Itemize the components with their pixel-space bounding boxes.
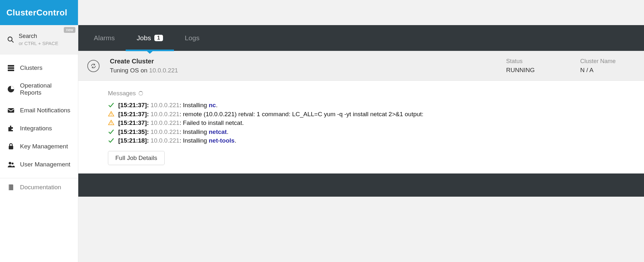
message-ip: 10.0.0.221 [150,137,179,144]
check-icon [108,128,114,135]
message-package: nc [209,102,216,108]
svg-line-1 [12,41,13,42]
sidebar-item-docs[interactable]: Documentation [0,178,78,196]
message-row: [15:21:37]: 10.0.0.221: Installing nc. [108,101,631,110]
refresh-icon [91,63,96,69]
messages-panel: Messages [15:21:37]: 10.0.0.221: Install… [78,81,644,173]
status-label: Status [506,58,561,65]
lock-icon [7,143,15,150]
message-timestamp: [15:21:37]: [118,111,149,117]
loading-spinner-icon [139,91,143,96]
sidebar-nav: Clusters Operational Reports Email Notif… [0,54,78,196]
svg-rect-2 [8,65,14,67]
message-timestamp: [15:21:18]: [118,137,149,144]
message-text-after: . [227,128,228,135]
svg-point-7 [9,162,11,164]
cluster-name-label: Cluster Name [580,58,635,65]
svg-rect-3 [8,67,14,69]
tab-label: Logs [185,34,200,42]
warning-icon [108,111,114,117]
job-header: Create Cluster Tuning OS on 10.0.0.221 S… [78,51,644,81]
message-package: net-tools [209,137,235,144]
sidebar-item-label: Integrations [20,125,52,132]
message-text-after: . [216,102,217,108]
message-row: [15:21:37]: 10.0.0.221: Failed to instal… [108,118,631,127]
sidebar-item-label: Clusters [20,64,43,71]
tabbar: Alarms Jobs 1 Logs [78,25,644,51]
sidebar-search[interactable]: Search or CTRL + SPACE new [0,25,78,54]
sidebar-item-label: Key Management [20,143,68,150]
tab-alarms[interactable]: Alarms [83,25,126,51]
jobs-count-badge: 1 [154,35,163,41]
message-text: : Installing [179,137,209,144]
message-ip: 10.0.0.221 [150,111,179,117]
message-row: [15:21:35]: 10.0.0.221: Installing netca… [108,127,631,136]
svg-rect-9 [9,184,10,190]
brand-logo: ClusterControl [0,0,78,25]
search-label: Search [19,33,58,40]
check-icon [108,102,114,108]
job-subtitle-ip: 10.0.0.221 [149,67,178,74]
warning-icon [108,119,114,126]
sidebar-item-label: Operational Reports [20,82,71,96]
message-text: : Installing [179,128,209,135]
messages-list: [15:21:37]: 10.0.0.221: Installing nc.[1… [108,101,631,145]
search-hint: or CTRL + SPACE [19,41,58,46]
new-badge: new [64,27,75,33]
sidebar-item-label: Documentation [20,184,61,191]
tab-label: Jobs [137,34,151,42]
pie-chart-icon [7,85,15,93]
message-timestamp: [15:21:35]: [118,128,149,135]
tab-logs[interactable]: Logs [174,25,211,51]
content: Alarms Jobs 1 Logs Create Cluster [78,0,644,262]
svg-rect-15 [111,124,111,124]
mail-icon [7,107,15,114]
sidebar-item-reports[interactable]: Operational Reports [0,77,78,101]
svg-point-8 [12,163,14,164]
sidebar-item-label: User Management [20,161,70,168]
svg-rect-4 [8,70,14,71]
sidebar-item-clusters[interactable]: Clusters [0,59,78,77]
svg-rect-11 [111,113,111,114]
status-value: RUNNING [506,67,561,74]
message-text-after: . [235,137,236,144]
sidebar-item-label: Email Notifications [20,107,70,114]
sidebar: ClusterControl Search or CTRL + SPACE ne… [0,0,78,262]
messages-heading-text: Messages [108,90,136,97]
cluster-name-value: N / A [580,67,635,74]
tab-label: Alarms [94,34,115,42]
message-ip: 10.0.0.221 [150,119,179,126]
footer-bar [78,173,644,197]
sidebar-item-email[interactable]: Email Notifications [0,101,78,119]
message-timestamp: [15:21:37]: [118,102,149,108]
message-ip: 10.0.0.221 [150,102,179,108]
svg-rect-14 [111,122,111,123]
users-icon [7,161,15,168]
tab-jobs[interactable]: Jobs 1 [126,25,174,51]
book-icon [7,183,15,191]
job-title: Create Cluster [110,58,487,65]
job-status-col: Status RUNNING [506,58,561,74]
svg-rect-6 [9,146,13,149]
puzzle-icon [7,125,15,132]
check-icon [108,137,114,144]
sidebar-item-user-mgmt[interactable]: User Management [0,155,78,173]
message-row: [15:21:18]: 10.0.0.221: Installing net-t… [108,136,631,145]
active-tab-indicator [147,51,153,54]
sidebar-item-integrations[interactable]: Integrations [0,119,78,137]
message-text: : Failed to install netcat. [179,119,244,126]
messages-heading: Messages [108,90,631,97]
content-top-gap [78,0,644,25]
job-subtitle: Tuning OS on 10.0.0.221 [110,67,487,74]
sidebar-item-key-mgmt[interactable]: Key Management [0,137,78,155]
message-timestamp: [15:21:37]: [118,119,149,126]
message-row: [15:21:37]: 10.0.0.221: remote (10.0.0.2… [108,110,631,119]
svg-rect-5 [8,108,14,113]
full-job-details-button[interactable]: Full Job Details [108,151,165,165]
search-icon [7,36,14,43]
job-cluster-name-col: Cluster Name N / A [580,58,635,74]
message-package: netcat [209,128,227,135]
svg-rect-12 [111,115,111,116]
message-text: : remote (10.0.0.221) retval: 1 command:… [179,111,423,117]
job-refresh-icon[interactable] [87,60,100,72]
